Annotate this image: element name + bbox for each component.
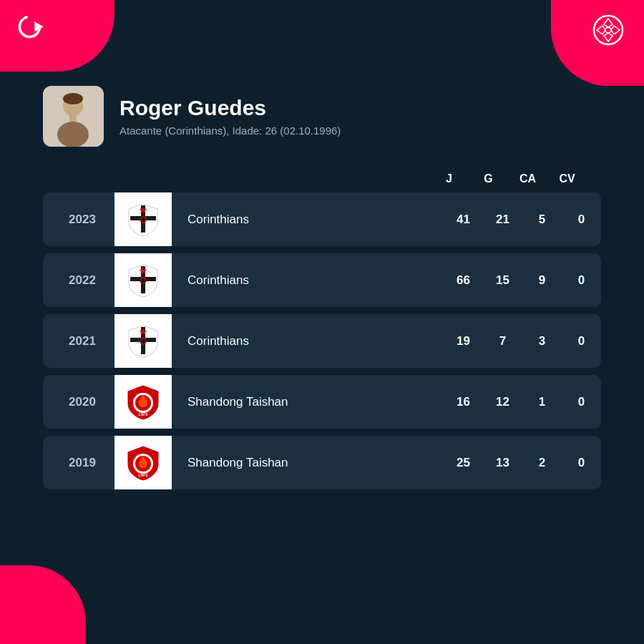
stat-cv: 0 xyxy=(562,213,601,227)
club-logo: LNFS xyxy=(114,436,172,489)
club-logo xyxy=(114,253,172,307)
stat-j: 25 xyxy=(444,456,483,470)
stat-g: 12 xyxy=(483,395,522,409)
stat-g: 13 xyxy=(483,456,522,470)
svg-point-2 xyxy=(594,16,623,44)
stats-table: 2023 Corinthians 41 21 5 0 2022 Corinthi… xyxy=(43,192,601,489)
stat-cv: 0 xyxy=(562,456,601,470)
avatar xyxy=(43,86,104,147)
table-row: 2019 LNFS Shandong Taishan 25 13 2 0 xyxy=(43,436,601,489)
svg-marker-5 xyxy=(597,26,605,34)
svg-text:LNFS: LNFS xyxy=(138,412,148,416)
table-headers: J G CA CV xyxy=(43,172,601,192)
svg-marker-4 xyxy=(604,33,613,42)
table-row: 2021 Corinthians 19 7 3 0 xyxy=(43,314,601,368)
stat-j: 19 xyxy=(444,334,483,348)
row-year: 2020 xyxy=(43,395,114,409)
svg-marker-3 xyxy=(604,19,613,27)
row-year: 2023 xyxy=(43,213,114,227)
player-details: Atacante (Corinthians), Idade: 26 (02.10… xyxy=(119,125,341,137)
svg-point-10 xyxy=(57,122,89,147)
svg-marker-6 xyxy=(611,26,620,34)
player-name: Roger Guedes xyxy=(119,96,341,120)
player-info: Roger Guedes Atacante (Corinthians), Ida… xyxy=(119,96,341,137)
svg-point-12 xyxy=(63,93,83,104)
club-logo xyxy=(114,314,172,368)
svg-text:LNFS: LNFS xyxy=(138,473,148,477)
row-year: 2022 xyxy=(43,273,114,288)
header-cv: CV xyxy=(547,172,587,185)
stat-cv: 0 xyxy=(562,395,601,409)
header-j: J xyxy=(429,172,469,185)
header-ca: CA xyxy=(508,172,547,185)
stat-cv: 0 xyxy=(562,334,601,348)
player-header: Roger Guedes Atacante (Corinthians), Ida… xyxy=(43,86,601,147)
club-name: Corinthians xyxy=(172,213,444,227)
svg-rect-11 xyxy=(69,114,77,122)
club-name: Shandong Taishan xyxy=(172,395,444,409)
header-g: G xyxy=(469,172,508,185)
club-name: Corinthians xyxy=(172,273,444,288)
svg-point-7 xyxy=(605,27,611,33)
stat-ca: 5 xyxy=(522,213,562,227)
row-year: 2021 xyxy=(43,334,114,348)
main-content: Roger Guedes Atacante (Corinthians), Ida… xyxy=(43,86,601,497)
table-row: 2023 Corinthians 41 21 5 0 xyxy=(43,192,601,246)
stat-ca: 3 xyxy=(522,334,562,348)
stat-j: 41 xyxy=(444,213,483,227)
stat-g: 7 xyxy=(483,334,522,348)
stat-ca: 1 xyxy=(522,395,562,409)
table-row: 2022 Corinthians 66 15 9 0 xyxy=(43,253,601,307)
stat-ca: 2 xyxy=(522,456,562,470)
club-logo: LNFS xyxy=(114,375,172,429)
stat-ca: 9 xyxy=(522,273,562,288)
app-logo xyxy=(16,13,47,44)
stat-g: 21 xyxy=(483,213,522,227)
stat-j: 16 xyxy=(444,395,483,409)
stat-cv: 0 xyxy=(562,273,601,288)
corner-decoration-bottom-left xyxy=(0,565,86,644)
row-year: 2019 xyxy=(43,456,114,470)
soccer-ball-icon xyxy=(592,14,624,52)
stat-g: 15 xyxy=(483,273,522,288)
club-name: Shandong Taishan xyxy=(172,456,444,470)
club-logo xyxy=(114,192,172,246)
table-row: 2020 LNFS Shandong Taishan 16 12 1 0 xyxy=(43,375,601,429)
club-name: Corinthians xyxy=(172,334,444,348)
stat-j: 66 xyxy=(444,273,483,288)
